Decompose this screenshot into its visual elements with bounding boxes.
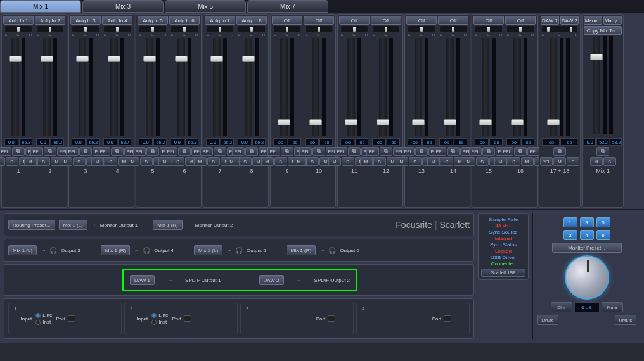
stereo-link-button[interactable]: ⧉ [79, 147, 92, 156]
mute-button[interactable]: M [360, 157, 373, 166]
input-line-radio[interactable]: Line [35, 312, 52, 318]
route-source-button[interactable]: DAW 2 [259, 275, 284, 285]
mute-button[interactable]: M [293, 157, 306, 166]
channel-source-button[interactable]: Anlg In 7 [205, 16, 235, 25]
fader[interactable] [177, 38, 185, 136]
channel-source-button[interactable]: Off [304, 16, 334, 25]
mute-button[interactable]: M [194, 157, 207, 166]
channel-source-button[interactable]: Anlg In 8 [236, 16, 267, 25]
solo-button[interactable]: S [476, 157, 489, 166]
channel-source-button[interactable]: Off [473, 16, 504, 25]
channel-source-button[interactable]: Off [339, 16, 370, 25]
solo-button[interactable]: S [172, 157, 184, 166]
route-source-button[interactable]: DAW 1 [130, 275, 155, 285]
fader[interactable] [513, 38, 521, 136]
stereo-link-button[interactable]: ⧉ [44, 147, 56, 156]
fader[interactable] [446, 38, 454, 136]
stereo-link-button[interactable]: ⧉ [596, 147, 609, 156]
output-button[interactable]: Many... [603, 16, 622, 25]
pan-slider[interactable] [475, 26, 502, 32]
pfl-button[interactable]: PFL [66, 147, 79, 156]
solo-button[interactable]: S [342, 157, 354, 166]
fader[interactable] [43, 38, 51, 136]
output-button[interactable]: Many... [584, 16, 602, 25]
channel-source-button[interactable]: Off [505, 16, 536, 25]
channel-source-button[interactable]: Off [438, 16, 468, 25]
fader[interactable] [482, 38, 489, 136]
pfl-button[interactable]: PFL [267, 147, 280, 156]
fader[interactable] [347, 38, 355, 136]
pan-slider[interactable] [139, 26, 166, 32]
master-fader[interactable] [593, 36, 600, 134]
pad-switch[interactable] [444, 315, 451, 322]
fader[interactable] [245, 38, 252, 136]
fader[interactable] [379, 38, 387, 136]
pfl-button[interactable]: PFL [366, 147, 379, 156]
stereo-link-button[interactable]: ⧉ [380, 147, 392, 156]
solo-button[interactable]: S [567, 157, 579, 166]
stereo-link-button[interactable]: ⧉ [482, 147, 495, 156]
solo-button[interactable]: S [6, 157, 18, 166]
fader[interactable] [146, 38, 153, 136]
monitor-volume-knob[interactable] [565, 255, 609, 300]
pfl-button[interactable]: PFL [335, 147, 347, 156]
channel-source-button[interactable]: Anlg In 6 [169, 16, 200, 25]
route-source-button[interactable]: Mix 1 (R) [153, 220, 182, 230]
mix-tab[interactable]: Mix 5 [165, 0, 246, 13]
pfl-button[interactable]: PFL [30, 147, 43, 156]
stereo-link-button[interactable]: ⧉ [146, 147, 159, 156]
fader[interactable] [11, 38, 19, 136]
channel-source-button[interactable]: Anlg In 4 [102, 16, 132, 25]
pan-slider[interactable] [5, 26, 32, 32]
dim-button[interactable]: Dim [551, 302, 572, 312]
solo-button[interactable]: S [239, 157, 252, 166]
mute-button[interactable]: M [396, 157, 408, 166]
stereo-link-button[interactable]: ⧉ [111, 147, 124, 156]
stereo-link-button[interactable]: ⧉ [245, 147, 258, 156]
mute-button[interactable]: M [328, 157, 341, 166]
solo-button[interactable]: S [140, 157, 153, 166]
mute-button[interactable]: M [24, 157, 37, 166]
pfl-button[interactable]: PFL [501, 147, 513, 156]
solo-button[interactable]: S [274, 157, 287, 166]
monitor-select-button[interactable]: 5 [596, 217, 610, 227]
channel-source-button[interactable]: Off [406, 16, 437, 25]
stereo-link-button[interactable]: ⧉ [12, 147, 25, 156]
routing-preset-button[interactable]: Routing Preset... [8, 220, 55, 230]
mute-button[interactable]: Mute [602, 302, 623, 312]
channel-source-button[interactable]: Anlg In 2 [35, 16, 65, 25]
channel-source-button[interactable]: DAW 2 [560, 16, 579, 25]
monitor-preset-button[interactable]: Monitor Preset... [552, 243, 622, 253]
pfl-button[interactable]: PFL [0, 147, 11, 156]
fader[interactable] [415, 38, 422, 136]
channel-source-button[interactable]: Anlg In 1 [3, 16, 34, 25]
pan-slider[interactable] [306, 26, 332, 32]
input-line-radio[interactable]: Line [151, 312, 168, 318]
mute-button[interactable]: M [494, 157, 507, 166]
solo-button[interactable]: S [37, 157, 50, 166]
pad-switch[interactable] [328, 315, 335, 322]
pfl-button[interactable]: PFL [402, 147, 415, 156]
solo-button[interactable]: S [441, 157, 453, 166]
monitor-select-button[interactable]: 2 [564, 230, 577, 240]
pan-slider[interactable] [171, 26, 198, 32]
pfl-button[interactable]: PFL [232, 147, 245, 156]
route-source-button[interactable]: Mix 1 (L) [59, 220, 87, 230]
copy-mix-button[interactable]: Copy Mix To... [584, 26, 622, 35]
stereo-link-button[interactable]: ⧉ [553, 147, 566, 156]
monitor-select-button[interactable]: 1 [564, 217, 577, 227]
channel-source-button[interactable]: Off [272, 16, 302, 25]
fader[interactable] [213, 38, 221, 136]
pan-slider[interactable] [373, 26, 399, 32]
balance-slider[interactable] [542, 26, 577, 32]
stereo-link-button[interactable]: ⧉ [281, 147, 293, 156]
pad-switch[interactable] [184, 315, 191, 322]
pan-slider[interactable] [341, 26, 368, 32]
input-inst-radio[interactable]: Inst [35, 319, 52, 325]
pfl-button[interactable]: PFL [434, 147, 446, 156]
mute-button[interactable]: M [0, 157, 5, 166]
pfl-button[interactable]: PFL [527, 147, 540, 156]
pfl-button[interactable]: PFL [540, 157, 553, 166]
mute-button[interactable]: M [127, 157, 139, 166]
fader[interactable] [79, 38, 86, 136]
